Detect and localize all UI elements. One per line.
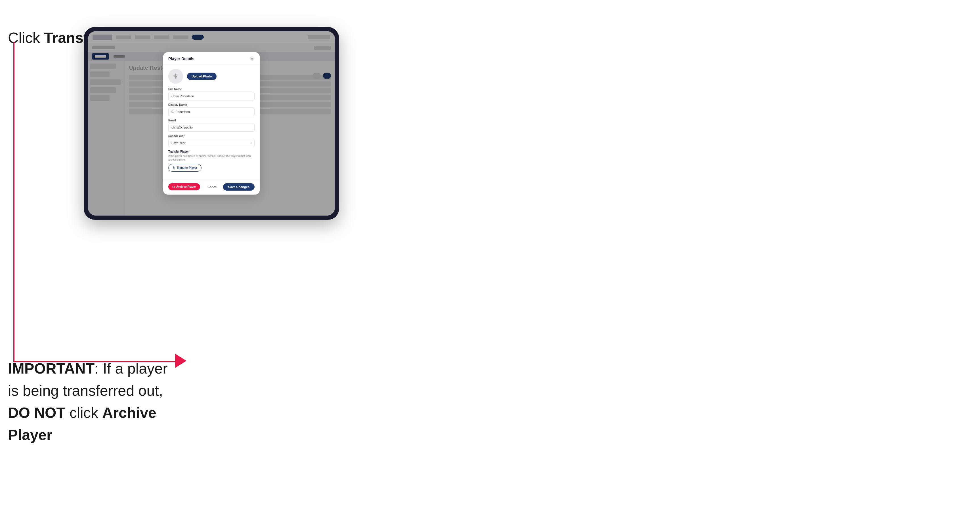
modal-title: Player Details [168, 56, 194, 61]
archive-player-label: Archive Player [176, 185, 196, 188]
display-name-group: Display Name [168, 103, 255, 116]
instruction-bottom: IMPORTANT: If a player is being transfer… [8, 357, 173, 446]
school-year-select-wrapper: Sixth Year First Year Second Year Third … [168, 139, 255, 147]
email-input[interactable] [168, 123, 255, 132]
modal-close-button[interactable]: × [250, 56, 255, 61]
avatar-section: ♆ Upload Photo [168, 69, 255, 84]
transfer-player-label: Transfer Player [177, 166, 197, 169]
email-group: Email [168, 119, 255, 132]
full-name-label: Full Name [168, 88, 255, 91]
full-name-group: Full Name [168, 88, 255, 100]
modal-footer: ◻ Archive Player Cancel Save Changes [163, 179, 260, 195]
instruction-rest-2: click [65, 405, 102, 421]
modal-body: ♆ Upload Photo Full Name Display Name [163, 65, 260, 179]
transfer-section-title: Transfer Player [168, 150, 255, 153]
instruction-prefix: Click [8, 30, 44, 46]
school-year-label: School Year [168, 135, 255, 138]
transfer-player-section: Transfer Player If this player has moved… [168, 150, 255, 171]
avatar-circle: ♆ [168, 69, 183, 84]
save-changes-button[interactable]: Save Changes [223, 183, 255, 190]
archive-player-button[interactable]: ◻ Archive Player [168, 183, 200, 190]
arrow-head [175, 354, 186, 368]
full-name-input[interactable] [168, 92, 255, 100]
upload-photo-button[interactable]: Upload Photo [187, 73, 216, 80]
close-icon: × [251, 57, 253, 60]
important-label: IMPORTANT [8, 360, 94, 377]
school-year-select[interactable]: Sixth Year First Year Second Year Third … [168, 139, 255, 147]
display-name-input[interactable] [168, 108, 255, 116]
school-year-group: School Year Sixth Year First Year Second… [168, 135, 255, 147]
modal-overlay: Player Details × ♆ Upload Photo [88, 31, 335, 216]
modal-header: Player Details × [163, 52, 260, 65]
transfer-section-description: If this player has moved to another scho… [168, 154, 255, 161]
player-details-modal: Player Details × ♆ Upload Photo [163, 52, 260, 194]
cancel-button[interactable]: Cancel [205, 183, 220, 190]
footer-left-area: ◻ Archive Player [168, 183, 200, 190]
email-label: Email [168, 119, 255, 122]
user-icon: ♆ [173, 72, 179, 80]
tablet-screen: Update Roster Player Details [88, 31, 335, 216]
archive-icon: ◻ [172, 185, 175, 188]
transfer-player-button[interactable]: ↻ Transfer Player [168, 164, 202, 171]
do-not-label: DO NOT [8, 405, 65, 421]
transfer-icon: ↻ [173, 166, 175, 170]
display-name-label: Display Name [168, 103, 255, 106]
arrow-vertical-line [13, 42, 14, 362]
tablet-device: Update Roster Player Details [84, 27, 339, 220]
